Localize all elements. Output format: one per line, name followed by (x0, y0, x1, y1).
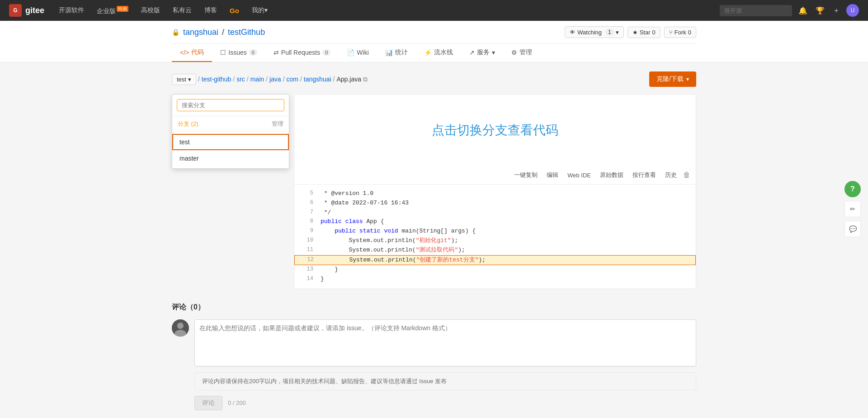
code-line-10: 10 System.out.println("初始化git"); (294, 236, 696, 246)
edit-button[interactable]: 编辑 (544, 170, 561, 180)
avatar[interactable]: U (846, 4, 859, 17)
comment-textarea[interactable] (195, 320, 696, 365)
tab-issues[interactable]: ☐ Issues 0 (212, 44, 265, 62)
fork-count: 0 (688, 29, 691, 36)
repo-name-link[interactable]: testGithub (228, 28, 265, 37)
services-tab-icon: ↗ (469, 49, 475, 56)
code-line-14: 14 } (294, 275, 696, 284)
branch-search-input[interactable] (177, 99, 284, 111)
branch-section-label: 分支 (2) (178, 120, 198, 128)
tab-stats[interactable]: 📊 统计 (377, 44, 416, 62)
branch-dropdown: 分支 (2) 管理 test master (172, 94, 289, 169)
tab-manage[interactable]: ⚙ 管理 (503, 44, 540, 62)
branch-dropdown-arrow: ▾ (188, 76, 191, 83)
branch-item-master[interactable]: master (172, 150, 289, 166)
branch-selector[interactable]: test ▾ (172, 74, 196, 85)
logo-text: gitee (25, 6, 44, 15)
location-icon[interactable]: 🏆 (814, 5, 826, 17)
tab-services[interactable]: ↗ 服务 ▾ (461, 44, 503, 62)
path-sep-6: / (300, 76, 302, 83)
watch-button[interactable]: 👁 Watching 1 ▾ (565, 26, 623, 38)
branch-item-test[interactable]: test (172, 134, 289, 150)
raw-data-button[interactable]: 原始数据 (597, 170, 626, 180)
nav-opensrc[interactable]: 开源软件 (53, 4, 90, 17)
float-buttons: ? ✏ 💬 (844, 181, 861, 237)
pr-badge: 0 (322, 49, 330, 56)
site-logo[interactable]: G gitee (9, 4, 44, 17)
clone-btn-arrow: ▾ (686, 76, 689, 82)
issues-badge: 0 (249, 49, 257, 56)
branch-section-header: 分支 (2) 管理 (172, 116, 289, 132)
star-count: 0 (652, 29, 656, 36)
enterprise-badge: 特惠 (117, 6, 128, 12)
help-float-button[interactable]: ? (844, 181, 861, 197)
nav-university[interactable]: 高校版 (136, 4, 165, 17)
line-view-button[interactable]: 按行查看 (630, 170, 659, 180)
chat-float-button[interactable]: 💬 (844, 221, 861, 237)
svg-point-1 (177, 323, 184, 329)
clone-download-button[interactable]: 克隆/下载 ▾ (649, 71, 696, 87)
code-line-9: 9 public static void main(String[] args)… (294, 227, 696, 236)
copy-all-button[interactable]: 一键复制 (511, 170, 540, 180)
path-repo[interactable]: test-github (202, 76, 231, 83)
comments-section: 评论（0） 评论内容请保持在200字以内，项目相关的技术问题、缺陷报告、建议等信… (172, 303, 696, 410)
branch-search-area (172, 95, 289, 116)
search-input[interactable] (720, 5, 792, 16)
tab-wiki[interactable]: 📄 Wiki (339, 44, 377, 62)
plus-icon[interactable]: ＋ (831, 4, 842, 17)
fork-label: Fork (675, 29, 686, 36)
comment-input-area (194, 319, 696, 367)
repo-owner-link[interactable]: tangshuai (183, 28, 218, 37)
comment-hint: 评论内容请保持在200字以内，项目相关的技术问题、缺陷报告、建议等信息请通过 I… (194, 372, 696, 390)
comment-submit-row: 评论 0 / 200 (194, 396, 696, 410)
comment-form: 评论内容请保持在200字以内，项目相关的技术问题、缺陷报告、建议等信息请通过 I… (172, 319, 696, 410)
history-button[interactable]: 历史 (662, 170, 679, 180)
path-java[interactable]: java (269, 76, 281, 83)
watch-count: 1 (605, 28, 614, 36)
nav-mine[interactable]: 我的▾ (246, 4, 273, 17)
notification-icon[interactable]: 🔔 (797, 5, 809, 17)
nav-enterprise[interactable]: 企业版特惠 (91, 3, 134, 18)
issues-tab-icon: ☐ (220, 49, 226, 56)
copy-path-icon[interactable]: ⧉ (363, 76, 368, 83)
repo-title: 🔒 tangshuai / testGithub (172, 28, 265, 37)
code-line-5: 5 * @version 1.0 (294, 189, 696, 199)
fork-button[interactable]: ⑂ Fork 0 (664, 27, 696, 38)
star-button[interactable]: ★ Star 0 (627, 27, 660, 38)
path-sep-2: / (233, 76, 235, 83)
comment-input-container: 评论内容请保持在200字以内，项目相关的技术问题、缺陷报告、建议等信息请通过 I… (194, 319, 696, 410)
code-tab-icon: </> (180, 49, 189, 56)
fork-icon: ⑂ (669, 29, 673, 36)
repo-header: 🔒 tangshuai / testGithub 👁 Watching 1 ▾ … (0, 21, 868, 62)
path-tangshuai[interactable]: tangshuai (304, 76, 331, 83)
edit-float-button[interactable]: ✏ (844, 201, 861, 217)
code-line-7: 7 */ (294, 208, 696, 218)
tab-pipeline[interactable]: ⚡ 流水线 (416, 44, 461, 62)
path-com[interactable]: com (287, 76, 298, 83)
tab-pr[interactable]: ⇄ Pull Requests 0 (265, 44, 339, 62)
nav-go[interactable]: Go (224, 4, 245, 17)
comment-submit-button[interactable]: 评论 (194, 396, 222, 410)
nav-privatecloud[interactable]: 私有云 (167, 4, 197, 17)
delete-button[interactable]: 🗑 (683, 171, 690, 179)
branch-name: test (177, 76, 186, 83)
repo-tabs: </> 代码 ☐ Issues 0 ⇄ Pull Requests 0 📄 Wi… (172, 43, 696, 62)
avatar-image (172, 319, 189, 337)
click-hint-text: 点击切换分支查看代码 (294, 95, 696, 166)
path-sep-4: / (266, 76, 268, 83)
clone-btn-label: 克隆/下载 (656, 75, 684, 83)
tab-code[interactable]: </> 代码 (172, 44, 212, 62)
char-count: 0 / 200 (228, 399, 246, 406)
file-path-row: test ▾ / test-github / src / main / java… (172, 71, 696, 87)
repo-slash: / (222, 28, 224, 37)
comments-title: 评论（0） (172, 303, 696, 312)
path-sep-1: / (198, 76, 200, 83)
path-main[interactable]: main (250, 76, 264, 83)
branch-manage-link[interactable]: 管理 (272, 120, 283, 128)
top-navigation: G gitee 开源软件 企业版特惠 高校版 私有云 博客 Go 我的▾ 🔔 🏆… (0, 0, 868, 21)
code-container: 分支 (2) 管理 test master 点击切换分支查看代码 一键复制 编辑… (172, 94, 696, 289)
path-src[interactable]: src (236, 76, 245, 83)
watch-label: Watching (577, 29, 602, 36)
nav-blog[interactable]: 博客 (199, 4, 222, 17)
web-ide-button[interactable]: Web IDE (565, 171, 594, 180)
